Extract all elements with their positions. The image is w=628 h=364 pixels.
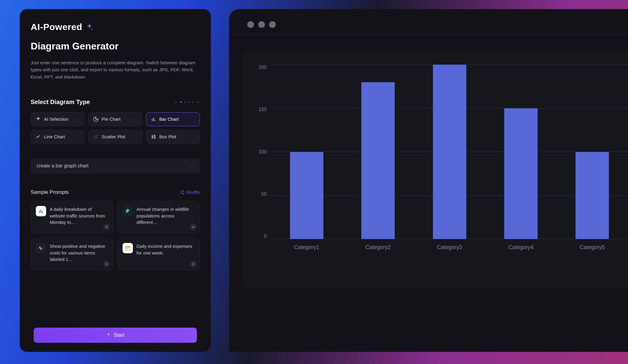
pager-dot[interactable] bbox=[192, 101, 194, 103]
type-label: Box Plot bbox=[159, 134, 176, 139]
line-chart-icon bbox=[35, 134, 41, 140]
type-line-chart[interactable]: Line Chart bbox=[31, 130, 85, 144]
sample-card[interactable]: Daily income and expenses for one week. … bbox=[117, 238, 200, 271]
y-tick: 200 bbox=[258, 65, 267, 70]
y-tick: 100 bbox=[258, 149, 267, 155]
samples-heading: Sample Prompts bbox=[31, 189, 69, 195]
arrow-right-icon[interactable]: → bbox=[189, 163, 194, 169]
calendar-icon bbox=[123, 243, 133, 253]
sample-card[interactable]: Show positive and negative costs for var… bbox=[31, 238, 113, 271]
svg-point-0 bbox=[94, 137, 95, 138]
type-box-plot[interactable]: Box Plot bbox=[146, 130, 200, 144]
x-tick: Category2 bbox=[342, 241, 414, 253]
x-tick: Category3 bbox=[414, 241, 485, 253]
type-bar-chart[interactable]: Bar Chart bbox=[146, 112, 200, 126]
x-tick: Category5 bbox=[557, 241, 628, 253]
svg-rect-5 bbox=[154, 135, 155, 138]
pie-chart-icon bbox=[93, 116, 99, 122]
type-label: Pie Chart bbox=[102, 116, 121, 122]
diagram-type-header: Select Diagram Type ‹ › bbox=[31, 99, 200, 106]
bar bbox=[290, 152, 323, 239]
plus-icon[interactable]: + bbox=[190, 261, 197, 267]
window-controls bbox=[229, 18, 628, 34]
sparkle-icon bbox=[35, 116, 41, 122]
bar-chart-icon bbox=[151, 116, 156, 122]
x-tick: Category4 bbox=[485, 241, 556, 253]
type-label: Line Chart bbox=[44, 134, 65, 139]
page-title: Diagram Generator bbox=[31, 41, 200, 52]
sample-text: A daily breakdown of website traffic sou… bbox=[50, 206, 108, 228]
y-tick: 0 bbox=[264, 234, 267, 239]
shuffle-button[interactable]: Shuffle bbox=[179, 190, 200, 195]
svg-rect-7 bbox=[126, 246, 130, 248]
bar-chart-icon bbox=[36, 206, 46, 216]
plus-icon[interactable]: + bbox=[190, 224, 197, 230]
chevron-right-icon[interactable]: › bbox=[196, 99, 200, 104]
y-tick: 50 bbox=[261, 191, 267, 197]
type-label: Bar Chart bbox=[159, 116, 179, 122]
sample-text: Annual changes in wildlife populations a… bbox=[137, 206, 195, 228]
pager-dot[interactable] bbox=[184, 101, 186, 103]
shuffle-label: Shuffle bbox=[186, 190, 200, 195]
brand-label: AI-Powered bbox=[31, 22, 82, 32]
type-label: AI Selection bbox=[44, 116, 68, 122]
generator-panel: AI-Powered Diagram Generator Just enter … bbox=[20, 9, 211, 352]
svg-rect-4 bbox=[152, 136, 153, 138]
svg-rect-9 bbox=[127, 248, 128, 249]
plus-icon[interactable]: + bbox=[103, 224, 110, 230]
y-axis: 200 150 100 50 0 bbox=[256, 65, 267, 239]
diagram-type-grid: AI Selection Pie Chart Bar Chart Line Ch… bbox=[31, 112, 200, 144]
type-ai-selection[interactable]: AI Selection bbox=[31, 112, 85, 126]
sample-text: Show positive and negative costs for var… bbox=[50, 243, 108, 265]
prompt-input-value: create a bar graph chart bbox=[37, 163, 89, 169]
svg-point-2 bbox=[96, 137, 97, 137]
plus-icon[interactable]: + bbox=[103, 261, 110, 267]
traffic-light[interactable] bbox=[247, 21, 254, 28]
sample-text: Daily income and expenses for one week. bbox=[137, 243, 195, 265]
start-label: Start bbox=[113, 332, 124, 338]
bars bbox=[271, 65, 628, 239]
leaf-icon bbox=[123, 206, 133, 216]
sample-card[interactable]: A daily breakdown of website traffic sou… bbox=[31, 201, 113, 234]
svg-point-1 bbox=[95, 136, 96, 136]
bar-column bbox=[414, 65, 485, 239]
scatter-plot-icon bbox=[93, 134, 99, 140]
samples-header: Sample Prompts Shuffle bbox=[31, 189, 200, 195]
sample-card[interactable]: Annual changes in wildlife populations a… bbox=[117, 201, 200, 234]
divider bbox=[229, 34, 628, 34]
bar bbox=[433, 65, 466, 239]
traffic-light[interactable] bbox=[258, 21, 265, 28]
preview-panel: 200 150 100 50 0 Category1Category2Categ… bbox=[229, 9, 628, 352]
x-tick: Category1 bbox=[271, 241, 342, 253]
sparkle-icon bbox=[85, 23, 94, 31]
type-scatter-plot[interactable]: Scatter Plot bbox=[88, 130, 142, 144]
bar bbox=[361, 82, 395, 239]
bar-column bbox=[342, 65, 414, 239]
x-axis: Category1Category2Category3Category4Cate… bbox=[271, 241, 628, 253]
diagram-type-heading: Select Diagram Type bbox=[31, 99, 90, 106]
sparkle-icon bbox=[106, 333, 111, 338]
bar bbox=[504, 108, 538, 239]
bar-column bbox=[271, 65, 342, 239]
svg-point-3 bbox=[97, 135, 98, 136]
type-pager: ‹ › bbox=[174, 99, 200, 104]
pager-dot[interactable] bbox=[188, 101, 190, 103]
brand: AI-Powered bbox=[31, 22, 200, 32]
type-label: Scatter Plot bbox=[102, 134, 125, 139]
waveform-icon bbox=[36, 243, 46, 253]
prompt-input[interactable]: create a bar graph chart → bbox=[31, 158, 200, 174]
bar-chart: 200 150 100 50 0 Category1Category2Categ… bbox=[268, 65, 628, 253]
box-plot-icon bbox=[151, 134, 156, 140]
bar-column bbox=[557, 65, 628, 239]
type-pie-chart[interactable]: Pie Chart bbox=[88, 112, 142, 126]
samples-grid: A daily breakdown of website traffic sou… bbox=[31, 201, 200, 271]
chart-container: 200 150 100 50 0 Category1Category2Categ… bbox=[241, 49, 628, 289]
bar-column bbox=[485, 65, 556, 239]
svg-rect-8 bbox=[126, 248, 127, 249]
y-tick: 150 bbox=[258, 107, 267, 112]
start-button[interactable]: Start bbox=[34, 328, 197, 343]
bar bbox=[576, 152, 609, 239]
chevron-left-icon[interactable]: ‹ bbox=[174, 99, 178, 104]
pager-dot[interactable] bbox=[180, 101, 182, 103]
traffic-light[interactable] bbox=[269, 21, 276, 28]
